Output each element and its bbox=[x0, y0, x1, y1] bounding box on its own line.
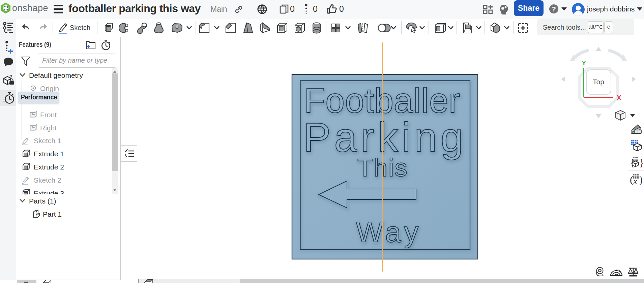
svg-text:X: X bbox=[617, 94, 621, 101]
svg-text:x: x bbox=[633, 177, 637, 185]
svg-text:(: ( bbox=[630, 174, 633, 185]
svg-text:?: ? bbox=[552, 5, 556, 13]
svg-text:}: } bbox=[639, 157, 643, 168]
svg-text:Top: Top bbox=[593, 78, 604, 86]
svg-text:Y: Y bbox=[582, 59, 586, 67]
svg-text:Way: Way bbox=[356, 216, 421, 248]
svg-text:?: ? bbox=[9, 74, 12, 79]
svg-text:): ) bbox=[639, 174, 643, 185]
